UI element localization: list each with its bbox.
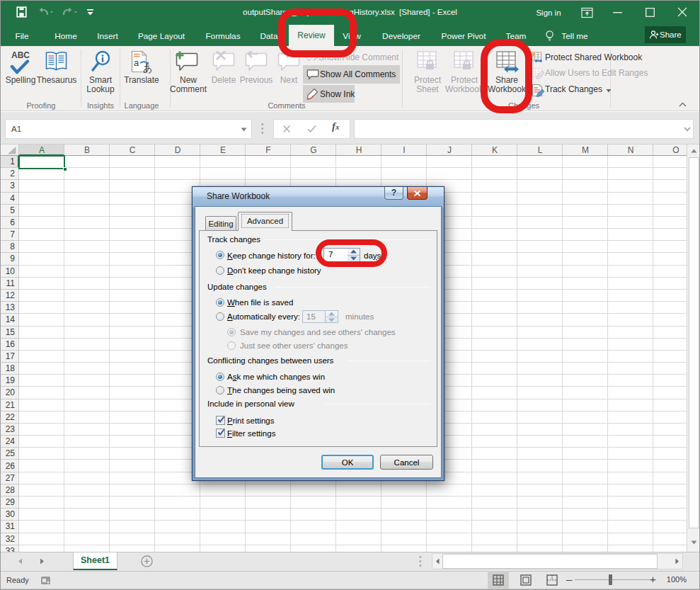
svg-text:あ: あ <box>143 63 152 74</box>
svg-text:a: a <box>134 57 139 68</box>
